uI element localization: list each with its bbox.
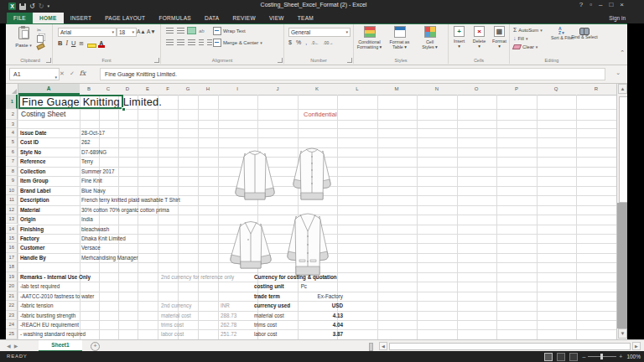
conditional-formatting-button[interactable]: ConditionalFormatting ▾ [356, 26, 383, 49]
fill-button[interactable]: ↓ Fill▾ [513, 35, 543, 42]
increase-indent-icon[interactable] [207, 39, 212, 45]
new-sheet-icon[interactable]: + [91, 342, 100, 351]
ribbon-tab-review[interactable]: REVIEW [226, 13, 262, 23]
grid-cell[interactable]: Factory [20, 234, 39, 243]
grid-cell[interactable]: Material [20, 205, 40, 215]
borders-icon[interactable]: ⊞ [79, 39, 83, 48]
align-right-icon[interactable] [188, 39, 195, 45]
prev-sheet-icon[interactable]: ◀ [7, 344, 14, 349]
grid-cell[interactable]: Blue Navy [81, 186, 106, 195]
cancel-icon[interactable]: ✕ [60, 70, 65, 77]
grid-cell[interactable]: 251.72 [221, 329, 236, 339]
percent-style-icon[interactable]: % [296, 39, 301, 45]
grid-cell[interactable]: material cost [161, 311, 191, 320]
enter-icon[interactable]: ✓ [70, 70, 75, 77]
grid-cell[interactable]: Merhcandising Manager [81, 253, 138, 262]
sign-in-link[interactable]: Sign in [609, 15, 626, 21]
formula-input[interactable]: Fine Guage Knitting Limited. [100, 68, 605, 80]
cut-icon[interactable]: ✂ [37, 28, 44, 34]
middle-align-icon[interactable] [177, 28, 184, 34]
bold-button[interactable]: B [58, 39, 62, 48]
bottom-align-icon[interactable] [188, 28, 195, 34]
grid-cell[interactable]: Currency for costing & quotation [254, 272, 337, 282]
sheet-tab-sheet1[interactable]: Sheet1 [39, 340, 82, 352]
grid-cell[interactable]: -fabric tension [20, 301, 54, 310]
grid-cell[interactable]: Collection [20, 167, 45, 176]
grid-cell[interactable]: bleachwash [81, 225, 109, 234]
format-cells-button[interactable]: ▦Format▾ [491, 26, 508, 49]
grid-cell[interactable]: Description [20, 195, 49, 204]
number-format-select[interactable]: General▾ [288, 28, 351, 37]
help-icon[interactable]: ? [579, 1, 583, 8]
next-sheet-icon[interactable]: ▶ [14, 344, 22, 349]
ribbon-tab-home[interactable]: HOME [33, 13, 64, 23]
grid-cell[interactable]: Brand Label [20, 186, 50, 195]
italic-button[interactable]: I [65, 39, 68, 48]
grid-cell[interactable]: -REACH EU requirement [20, 320, 79, 329]
page-layout-view-icon[interactable] [557, 353, 565, 361]
vertical-scrollbar[interactable]: ▲ ▼ [616, 84, 628, 339]
collapse-ribbon-icon[interactable]: ⌃ [620, 49, 625, 56]
grid-cell[interactable]: Pc [301, 282, 307, 291]
grid-cell[interactable]: Finishing [20, 225, 44, 234]
zoom-in-icon[interactable]: + [619, 354, 622, 359]
horizontal-scrollbar-thumb[interactable] [389, 343, 631, 350]
ribbon-tab-formulas[interactable]: FORMULAS [152, 13, 198, 23]
grid-cell[interactable]: 2nd currency [161, 301, 191, 310]
grid-cell[interactable]: -lab test required [20, 282, 60, 291]
normal-view-icon[interactable] [544, 353, 553, 361]
restore-icon[interactable]: □ [609, 1, 613, 8]
ribbon-tab-page-layout[interactable]: PAGE LAYOUT [98, 13, 152, 23]
copy-icon[interactable] [37, 35, 44, 43]
paste-button[interactable]: Paste ▾ [13, 27, 34, 48]
delete-cells-button[interactable]: ×Delete▾ [470, 26, 488, 49]
font-dialog-launcher[interactable] [154, 58, 159, 63]
grid-cell[interactable]: Remarks - Internal Use Only [20, 272, 91, 282]
underline-button[interactable]: U [71, 39, 75, 48]
grid-cell[interactable]: Dhaka Knit Limited [81, 234, 126, 243]
grid-cell[interactable]: Style No [20, 147, 41, 157]
ribbon-tab-data[interactable]: DATA [198, 13, 226, 23]
page-break-view-icon[interactable] [569, 353, 578, 361]
align-left-icon[interactable] [166, 39, 174, 45]
grid-cell[interactable]: Ex-Factory [318, 292, 343, 301]
grid-cell[interactable]: 4.13 [333, 311, 343, 320]
scroll-down-icon[interactable]: ▼ [618, 328, 627, 339]
orientation-icon[interactable]: ab [199, 28, 205, 34]
autosum-button[interactable]: Σ AutoSum▾ [513, 27, 543, 34]
grid-cell[interactable]: costing unit [254, 282, 284, 291]
increase-decimal-icon[interactable]: .0← [311, 40, 319, 45]
accounting-format-icon[interactable]: $ [288, 39, 292, 45]
zoom-slider[interactable] [588, 356, 616, 357]
horizontal-scrollbar[interactable]: ◀ ▶ [379, 342, 641, 350]
grid-cell[interactable]: Versace [81, 243, 101, 252]
grid-cell[interactable]: 28-Oct-17 [81, 128, 105, 137]
wrap-text-button[interactable]: Wrap Text [213, 27, 262, 35]
grid-cell[interactable]: Summer 2017 [81, 167, 115, 176]
grid-cell[interactable]: 2nd currency for reference only [161, 272, 234, 282]
cell-styles-button[interactable]: CellStyles ▾ [416, 26, 444, 49]
minimize-icon[interactable]: – [599, 1, 602, 8]
zoom-slider-thumb[interactable] [600, 354, 603, 359]
grid-cell[interactable]: D7-689NG [81, 147, 106, 157]
formula-bar-expand-icon[interactable]: ⌄ [615, 70, 621, 76]
alignment-dialog-launcher[interactable] [278, 58, 283, 63]
grid-cell[interactable]: trims cost [161, 320, 184, 329]
merge-center-button[interactable]: Merge & Center ▾ [213, 39, 262, 47]
grid-cell[interactable]: Terry [81, 157, 93, 166]
font-family-select[interactable]: Arial▾ [58, 28, 117, 37]
grid-cell[interactable]: 3.87 [333, 329, 343, 339]
grow-font-button[interactable]: A▲ [137, 28, 146, 34]
grid-cell[interactable]: -AATCC-2010 fastness to water [20, 292, 94, 301]
ribbon-tab-file[interactable]: FILE [7, 13, 33, 23]
ribbon-tab-insert[interactable]: INSERT [64, 13, 99, 23]
number-dialog-launcher[interactable] [347, 58, 352, 63]
grid-cell[interactable]: Customer [20, 243, 44, 252]
fill-color-icon[interactable] [87, 40, 95, 48]
zoom-level[interactable]: 100% [626, 354, 641, 359]
grid-cell[interactable]: Reference [20, 157, 45, 166]
grid-cell[interactable]: Item Group [20, 176, 49, 185]
grid-cell[interactable]: trims cost [254, 320, 277, 329]
find-select-button[interactable]: Find & Select [575, 27, 594, 40]
grid-cell[interactable]: 288.73 [221, 311, 236, 320]
